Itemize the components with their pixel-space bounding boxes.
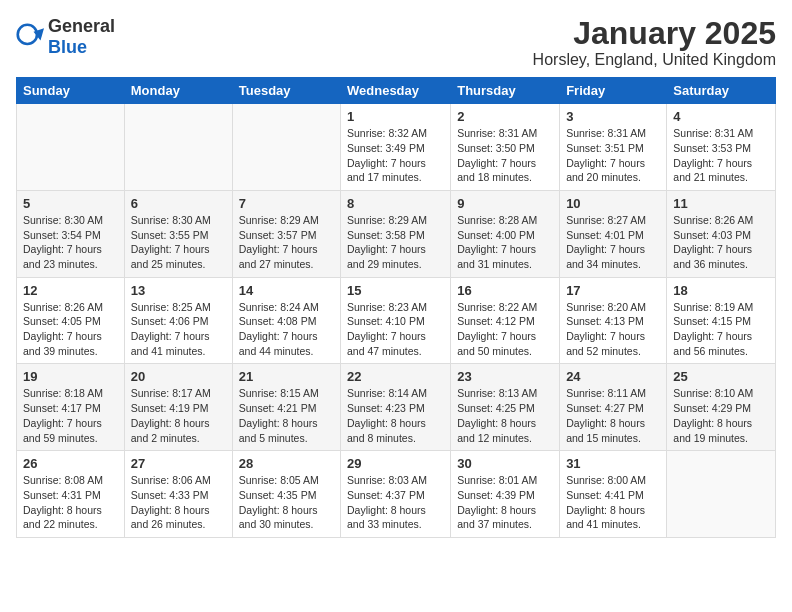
calendar-day-cell	[124, 104, 232, 191]
calendar-day-cell: 16Sunrise: 8:22 AMSunset: 4:12 PMDayligh…	[451, 277, 560, 364]
day-detail: Sunrise: 8:05 AMSunset: 4:35 PMDaylight:…	[239, 473, 334, 532]
calendar-day-cell: 21Sunrise: 8:15 AMSunset: 4:21 PMDayligh…	[232, 364, 340, 451]
calendar-day-cell: 8Sunrise: 8:29 AMSunset: 3:58 PMDaylight…	[341, 190, 451, 277]
calendar-day-cell: 7Sunrise: 8:29 AMSunset: 3:57 PMDaylight…	[232, 190, 340, 277]
day-number: 10	[566, 196, 660, 211]
day-number: 13	[131, 283, 226, 298]
logo: General Blue	[16, 16, 115, 58]
day-detail: Sunrise: 8:29 AMSunset: 3:57 PMDaylight:…	[239, 213, 334, 272]
day-number: 20	[131, 369, 226, 384]
calendar-day-cell: 2Sunrise: 8:31 AMSunset: 3:50 PMDaylight…	[451, 104, 560, 191]
day-detail: Sunrise: 8:28 AMSunset: 4:00 PMDaylight:…	[457, 213, 553, 272]
calendar-day-cell: 30Sunrise: 8:01 AMSunset: 4:39 PMDayligh…	[451, 451, 560, 538]
day-detail: Sunrise: 8:18 AMSunset: 4:17 PMDaylight:…	[23, 386, 118, 445]
day-detail: Sunrise: 8:27 AMSunset: 4:01 PMDaylight:…	[566, 213, 660, 272]
calendar-day-cell: 5Sunrise: 8:30 AMSunset: 3:54 PMDaylight…	[17, 190, 125, 277]
day-detail: Sunrise: 8:08 AMSunset: 4:31 PMDaylight:…	[23, 473, 118, 532]
day-detail: Sunrise: 8:25 AMSunset: 4:06 PMDaylight:…	[131, 300, 226, 359]
logo-icon	[16, 23, 44, 51]
calendar-day-cell: 11Sunrise: 8:26 AMSunset: 4:03 PMDayligh…	[667, 190, 776, 277]
calendar-day-cell: 19Sunrise: 8:18 AMSunset: 4:17 PMDayligh…	[17, 364, 125, 451]
day-detail: Sunrise: 8:06 AMSunset: 4:33 PMDaylight:…	[131, 473, 226, 532]
calendar-day-cell: 1Sunrise: 8:32 AMSunset: 3:49 PMDaylight…	[341, 104, 451, 191]
day-number: 31	[566, 456, 660, 471]
day-number: 19	[23, 369, 118, 384]
day-detail: Sunrise: 8:26 AMSunset: 4:03 PMDaylight:…	[673, 213, 769, 272]
logo-general: General	[48, 16, 115, 36]
day-detail: Sunrise: 8:15 AMSunset: 4:21 PMDaylight:…	[239, 386, 334, 445]
header-thursday: Thursday	[451, 78, 560, 104]
day-number: 26	[23, 456, 118, 471]
calendar-table: Sunday Monday Tuesday Wednesday Thursday…	[16, 77, 776, 538]
header-friday: Friday	[560, 78, 667, 104]
calendar-day-cell: 28Sunrise: 8:05 AMSunset: 4:35 PMDayligh…	[232, 451, 340, 538]
calendar-week-row: 12Sunrise: 8:26 AMSunset: 4:05 PMDayligh…	[17, 277, 776, 364]
title-block: January 2025 Horsley, England, United Ki…	[533, 16, 776, 69]
calendar-day-cell: 4Sunrise: 8:31 AMSunset: 3:53 PMDaylight…	[667, 104, 776, 191]
calendar-day-cell: 14Sunrise: 8:24 AMSunset: 4:08 PMDayligh…	[232, 277, 340, 364]
day-number: 3	[566, 109, 660, 124]
calendar-day-cell: 29Sunrise: 8:03 AMSunset: 4:37 PMDayligh…	[341, 451, 451, 538]
calendar-day-cell: 3Sunrise: 8:31 AMSunset: 3:51 PMDaylight…	[560, 104, 667, 191]
day-number: 6	[131, 196, 226, 211]
day-detail: Sunrise: 8:31 AMSunset: 3:51 PMDaylight:…	[566, 126, 660, 185]
day-number: 28	[239, 456, 334, 471]
day-number: 1	[347, 109, 444, 124]
day-number: 30	[457, 456, 553, 471]
calendar-day-cell: 25Sunrise: 8:10 AMSunset: 4:29 PMDayligh…	[667, 364, 776, 451]
calendar-day-cell: 15Sunrise: 8:23 AMSunset: 4:10 PMDayligh…	[341, 277, 451, 364]
calendar-week-row: 26Sunrise: 8:08 AMSunset: 4:31 PMDayligh…	[17, 451, 776, 538]
day-number: 4	[673, 109, 769, 124]
calendar-day-cell	[17, 104, 125, 191]
day-number: 22	[347, 369, 444, 384]
day-number: 16	[457, 283, 553, 298]
day-detail: Sunrise: 8:19 AMSunset: 4:15 PMDaylight:…	[673, 300, 769, 359]
day-detail: Sunrise: 8:26 AMSunset: 4:05 PMDaylight:…	[23, 300, 118, 359]
day-number: 29	[347, 456, 444, 471]
day-detail: Sunrise: 8:31 AMSunset: 3:53 PMDaylight:…	[673, 126, 769, 185]
page-container: General Blue January 2025 Horsley, Engla…	[0, 0, 792, 548]
day-detail: Sunrise: 8:23 AMSunset: 4:10 PMDaylight:…	[347, 300, 444, 359]
day-detail: Sunrise: 8:10 AMSunset: 4:29 PMDaylight:…	[673, 386, 769, 445]
header-sunday: Sunday	[17, 78, 125, 104]
day-detail: Sunrise: 8:24 AMSunset: 4:08 PMDaylight:…	[239, 300, 334, 359]
header-monday: Monday	[124, 78, 232, 104]
calendar-week-row: 5Sunrise: 8:30 AMSunset: 3:54 PMDaylight…	[17, 190, 776, 277]
calendar-day-cell: 22Sunrise: 8:14 AMSunset: 4:23 PMDayligh…	[341, 364, 451, 451]
day-number: 24	[566, 369, 660, 384]
day-detail: Sunrise: 8:01 AMSunset: 4:39 PMDaylight:…	[457, 473, 553, 532]
calendar-day-cell: 13Sunrise: 8:25 AMSunset: 4:06 PMDayligh…	[124, 277, 232, 364]
calendar-day-cell: 27Sunrise: 8:06 AMSunset: 4:33 PMDayligh…	[124, 451, 232, 538]
logo-text: General Blue	[48, 16, 115, 58]
day-number: 7	[239, 196, 334, 211]
day-detail: Sunrise: 8:29 AMSunset: 3:58 PMDaylight:…	[347, 213, 444, 272]
day-detail: Sunrise: 8:22 AMSunset: 4:12 PMDaylight:…	[457, 300, 553, 359]
calendar-day-cell	[232, 104, 340, 191]
calendar-day-cell: 23Sunrise: 8:13 AMSunset: 4:25 PMDayligh…	[451, 364, 560, 451]
day-number: 5	[23, 196, 118, 211]
calendar-day-cell	[667, 451, 776, 538]
header-tuesday: Tuesday	[232, 78, 340, 104]
calendar-day-cell: 26Sunrise: 8:08 AMSunset: 4:31 PMDayligh…	[17, 451, 125, 538]
calendar-day-cell: 24Sunrise: 8:11 AMSunset: 4:27 PMDayligh…	[560, 364, 667, 451]
svg-point-0	[18, 25, 37, 44]
calendar-day-cell: 12Sunrise: 8:26 AMSunset: 4:05 PMDayligh…	[17, 277, 125, 364]
day-detail: Sunrise: 8:30 AMSunset: 3:55 PMDaylight:…	[131, 213, 226, 272]
day-number: 21	[239, 369, 334, 384]
calendar-day-cell: 18Sunrise: 8:19 AMSunset: 4:15 PMDayligh…	[667, 277, 776, 364]
calendar-day-cell: 20Sunrise: 8:17 AMSunset: 4:19 PMDayligh…	[124, 364, 232, 451]
day-number: 8	[347, 196, 444, 211]
weekday-header-row: Sunday Monday Tuesday Wednesday Thursday…	[17, 78, 776, 104]
logo-blue: Blue	[48, 37, 87, 57]
day-detail: Sunrise: 8:00 AMSunset: 4:41 PMDaylight:…	[566, 473, 660, 532]
day-number: 18	[673, 283, 769, 298]
day-detail: Sunrise: 8:11 AMSunset: 4:27 PMDaylight:…	[566, 386, 660, 445]
header-wednesday: Wednesday	[341, 78, 451, 104]
day-detail: Sunrise: 8:31 AMSunset: 3:50 PMDaylight:…	[457, 126, 553, 185]
day-detail: Sunrise: 8:03 AMSunset: 4:37 PMDaylight:…	[347, 473, 444, 532]
day-number: 9	[457, 196, 553, 211]
day-number: 27	[131, 456, 226, 471]
day-detail: Sunrise: 8:13 AMSunset: 4:25 PMDaylight:…	[457, 386, 553, 445]
calendar-day-cell: 17Sunrise: 8:20 AMSunset: 4:13 PMDayligh…	[560, 277, 667, 364]
day-detail: Sunrise: 8:14 AMSunset: 4:23 PMDaylight:…	[347, 386, 444, 445]
